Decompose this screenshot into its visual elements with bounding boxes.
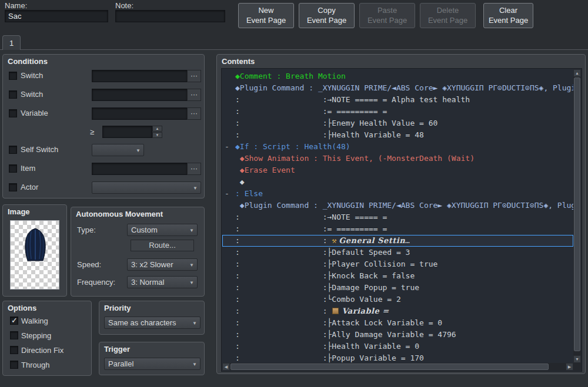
switch1-checkbox[interactable]	[9, 72, 17, 80]
switch1-input[interactable]	[92, 70, 188, 82]
command-line[interactable]: ◆	[222, 176, 573, 188]
item-picker-button[interactable]: ···	[187, 163, 201, 175]
switch2-input[interactable]	[92, 89, 188, 101]
command-line[interactable]: : :├Popup Variable = 170	[222, 352, 573, 363]
walking-checkbox[interactable]: ✓	[10, 317, 18, 325]
button-label: Clear	[499, 6, 517, 16]
variable-picker-button[interactable]: ···	[187, 107, 201, 120]
through-checkbox[interactable]	[10, 361, 18, 369]
command-line[interactable]: : :├Default Speed = 3	[222, 247, 573, 258]
command-line-variable-header[interactable]: : : Variable =	[222, 305, 573, 317]
command-line[interactable]: : :├Enemy Health Value = 60	[222, 117, 573, 129]
variable-label: Variable	[21, 109, 48, 117]
switch1-picker-button[interactable]: ···	[187, 70, 201, 82]
stepping-checkbox[interactable]	[10, 331, 18, 339]
spin-up-icon[interactable]: ▲	[152, 126, 162, 132]
spin-down-icon[interactable]: ▼	[152, 132, 162, 138]
name-input[interactable]	[5, 10, 108, 22]
command-line[interactable]: : :├Player Collision = true	[222, 258, 573, 270]
horizontal-scrollbar[interactable]: ◀ ▶	[222, 363, 573, 371]
command-line[interactable]: : :├Knock Back = false	[222, 270, 573, 282]
trigger-select[interactable]: Parallel ▼	[104, 358, 201, 370]
command-line[interactable]: : :└Combo Value = 2	[222, 294, 573, 305]
stepping-label: Stepping	[21, 331, 51, 340]
trigger-title: Trigger	[104, 345, 130, 354]
chevron-down-icon: ▼	[193, 186, 198, 191]
self-switch-select[interactable]: ▼	[92, 144, 144, 156]
command-text: : :├Health Variable = 0	[235, 342, 419, 351]
variable-input[interactable]	[92, 107, 188, 120]
character-image-box[interactable]	[10, 220, 59, 290]
command-line-if[interactable]: -◆If : Script : Health(48)	[222, 141, 573, 153]
command-line[interactable]: : :→NOTE ===== =	[222, 211, 573, 223]
actor-checkbox[interactable]	[9, 183, 17, 191]
command-text: : :├Attack Lock Variable = 0	[235, 318, 442, 327]
name-label: Name:	[5, 1, 27, 10]
route-button[interactable]: Route...	[131, 240, 194, 251]
variable-value-spinner[interactable]	[102, 126, 152, 138]
command-line-comment[interactable]: ◆Comment : Breath Motion	[222, 70, 573, 82]
command-text: : :→NOTE ===== =	[235, 213, 387, 221]
chevron-down-icon: ▼	[136, 148, 141, 153]
speed-select[interactable]: 3: x2 Slower ▼	[127, 258, 198, 271]
actor-select[interactable]: ▼	[92, 181, 201, 194]
vertical-scrollbar[interactable]: ▲ ▼	[573, 69, 581, 363]
command-text: : := ========= =	[235, 224, 387, 233]
scroll-left-icon[interactable]: ◀	[222, 363, 230, 371]
command-line[interactable]: : :├Damage Popup = true	[222, 282, 573, 294]
switch2-checkbox[interactable]	[9, 90, 17, 99]
command-line[interactable]: : :├Health Variable = 48	[222, 129, 573, 141]
direction-fix-checkbox[interactable]	[10, 346, 18, 354]
command-line-selected-general-settings[interactable]: : : ⚒General Settin…	[222, 235, 573, 247]
command-line-plugin[interactable]: ◆Plugin Command : _XYNUGGIN PRIME/◄ABS C…	[222, 200, 573, 211]
command-text: : :└Combo Value = 2	[235, 295, 401, 304]
fancy-text: General Settin	[339, 236, 405, 245]
command-line[interactable]: : :├Health Variable = 0	[222, 341, 573, 352]
chevron-down-icon: ▼	[189, 263, 194, 268]
copy-event-page-button[interactable]: Copy Event Page	[299, 3, 355, 28]
frequency-select[interactable]: 3: Normal ▼	[127, 276, 198, 288]
command-line[interactable]: : := ========= =	[222, 223, 573, 235]
selected-value: Same as characters	[108, 318, 176, 327]
delete-event-page-button[interactable]: Delete Event Page	[420, 3, 476, 28]
tab-page-1[interactable]: 1	[2, 35, 21, 50]
clear-event-page-button[interactable]: Clear Event Page	[483, 3, 533, 28]
scroll-up-icon[interactable]: ▲	[573, 69, 581, 77]
item-input[interactable]	[92, 163, 188, 175]
new-event-page-button[interactable]: New Event Page	[238, 3, 294, 28]
vertical-scroll-thumb[interactable]	[574, 78, 580, 351]
command-text: : :├Health Variable = 48	[235, 130, 424, 139]
collapse-marker[interactable]: -	[225, 188, 234, 200]
scroll-right-icon[interactable]: ▶	[566, 363, 573, 371]
command-line-erase-event[interactable]: ◆Erase Event	[222, 164, 573, 176]
command-line-show-animation[interactable]: ◆Show Animation : This Event, (-MonsterD…	[222, 153, 573, 164]
command-line[interactable]: : :├Ally Damage Variable = 4796	[222, 329, 573, 341]
priority-select[interactable]: Same as characters ▼	[104, 317, 201, 329]
fancy-text: Variable =	[342, 307, 389, 315]
movement-type-select[interactable]: Custom ▼	[127, 224, 198, 236]
scroll-down-icon[interactable]: ▼	[573, 355, 581, 363]
event-command-list[interactable]: ◆Comment : Breath Motion ◆Plugin Command…	[221, 68, 582, 372]
image-group: Image	[2, 204, 67, 297]
selected-value: Parallel	[108, 359, 133, 368]
command-text: : :├Damage Popup = true	[235, 283, 419, 292]
switch2-picker-button[interactable]: ···	[187, 89, 201, 101]
item-checkbox[interactable]	[9, 164, 17, 173]
truncation-ellipsis: …	[405, 236, 410, 245]
command-text: ◆Erase Event	[235, 166, 295, 174]
command-text: : :├Enemy Health Value = 60	[235, 119, 437, 127]
button-label: Event Page	[428, 16, 467, 26]
command-line[interactable]: : :→NOTE ===== = Alpha test health	[222, 94, 573, 106]
variable-checkbox[interactable]	[9, 109, 17, 117]
trigger-group: Trigger Parallel ▼	[99, 342, 205, 375]
horizontal-scroll-thumb[interactable]	[230, 364, 549, 370]
command-line-plugin[interactable]: ◆Plugin Command : _XYNUGGIN PRIME/◄ABS C…	[222, 82, 573, 94]
command-line[interactable]: : := ========= =	[222, 106, 573, 117]
command-line-else[interactable]: -: Else	[222, 188, 573, 200]
note-input[interactable]	[115, 10, 225, 22]
priority-group: Priority Same as characters ▼	[99, 301, 205, 335]
self-switch-checkbox[interactable]	[9, 146, 17, 154]
paste-event-page-button[interactable]: Paste Event Page	[359, 3, 415, 28]
collapse-marker[interactable]: -	[225, 141, 234, 153]
command-line[interactable]: : :├Attack Lock Variable = 0	[222, 317, 573, 329]
